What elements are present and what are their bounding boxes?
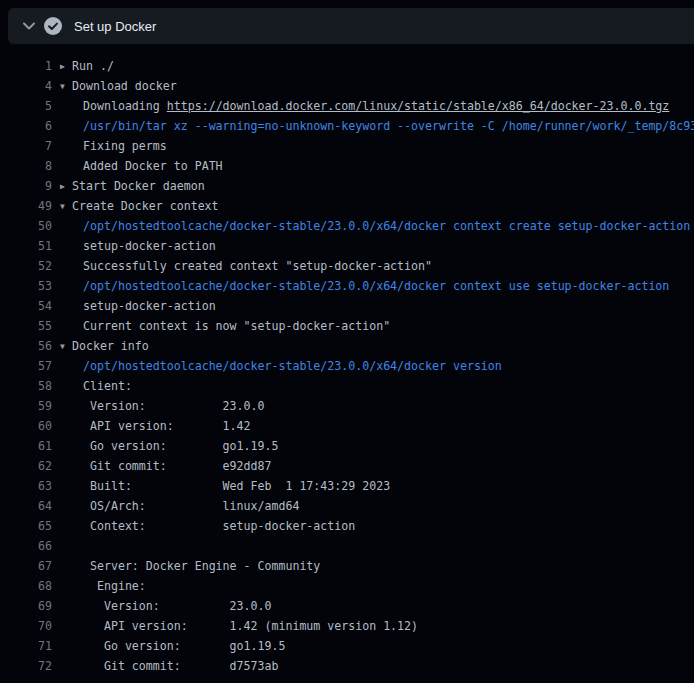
group-title[interactable]: Start Docker daemon — [72, 179, 205, 193]
log-row[interactable]: 49▼Create Docker context — [0, 196, 694, 216]
log-row[interactable]: 70 API version: 1.42 (minimum version 1.… — [0, 616, 694, 636]
line-number[interactable]: 67 — [0, 556, 52, 576]
line-number[interactable]: 7 — [0, 136, 52, 156]
group-collapsed-icon[interactable]: ▶ — [60, 57, 72, 76]
line-number[interactable]: 72 — [0, 656, 52, 676]
line-number[interactable]: 58 — [0, 376, 52, 396]
log-row[interactable]: 62 Git commit: e92dd87 — [0, 456, 694, 476]
log-row-content: Git commit: d7573ab — [60, 656, 278, 676]
log-row[interactable]: 63 Built: Wed Feb 1 17:43:29 2023 — [0, 476, 694, 496]
line-number[interactable]: 56 — [0, 336, 52, 356]
log-row[interactable]: 9▶Start Docker daemon — [0, 176, 694, 196]
line-number[interactable]: 59 — [0, 396, 52, 416]
group-expanded-icon[interactable]: ▼ — [60, 77, 72, 96]
log-row[interactable]: 54setup-docker-action — [0, 296, 694, 316]
log-row-content: Client: — [60, 376, 132, 396]
log-row[interactable]: 5Downloading https://download.docker.com… — [0, 96, 694, 116]
line-number[interactable]: 55 — [0, 316, 52, 336]
log-row[interactable]: 60 API version: 1.42 — [0, 416, 694, 436]
log-row[interactable]: 72 Git commit: d7573ab — [0, 656, 694, 676]
line-number[interactable]: 5 — [0, 96, 52, 116]
log-text: Version: 23.0.0 — [83, 399, 264, 413]
log-row[interactable]: 67 Server: Docker Engine - Community — [0, 556, 694, 576]
log-row-content: ▼Docker info — [60, 336, 149, 356]
log-text: Downloading — [83, 99, 167, 113]
log-text: Go version: go1.19.5 — [83, 639, 285, 653]
log-row[interactable]: 50/opt/hostedtoolcache/docker-stable/23.… — [0, 216, 694, 236]
line-number[interactable]: 63 — [0, 476, 52, 496]
log-row[interactable]: 1▶Run ./ — [0, 56, 694, 76]
log-row[interactable]: 56▼Docker info — [0, 336, 694, 356]
log-row-content: Go version: go1.19.5 — [60, 436, 278, 456]
group-title[interactable]: Create Docker context — [72, 199, 219, 213]
log-row[interactable]: 53/opt/hostedtoolcache/docker-stable/23.… — [0, 276, 694, 296]
line-number[interactable]: 57 — [0, 356, 52, 376]
line-number[interactable]: 60 — [0, 416, 52, 436]
log-row[interactable]: 68 Engine: — [0, 576, 694, 596]
line-number[interactable]: 70 — [0, 616, 52, 636]
group-title[interactable]: Download docker — [72, 79, 177, 93]
log-row[interactable]: 64 OS/Arch: linux/amd64 — [0, 496, 694, 516]
log-row[interactable]: 59 Version: 23.0.0 — [0, 396, 694, 416]
log-row[interactable]: 7Fixing perms — [0, 136, 694, 156]
line-number[interactable]: 50 — [0, 216, 52, 236]
chevron-down-icon[interactable] — [14, 22, 44, 30]
line-number[interactable]: 52 — [0, 256, 52, 276]
line-number[interactable]: 8 — [0, 156, 52, 176]
log-text: Added Docker to PATH — [83, 159, 223, 173]
log-row[interactable]: 69 Version: 23.0.0 — [0, 596, 694, 616]
log-row[interactable]: 51setup-docker-action — [0, 236, 694, 256]
log-link[interactable]: https://download.docker.com/linux/static… — [167, 99, 670, 113]
log-row[interactable]: 66 — [0, 536, 694, 556]
log-row[interactable]: 52Successfully created context "setup-do… — [0, 256, 694, 276]
log-row-content: Context: setup-docker-action — [60, 516, 355, 536]
line-number[interactable]: 61 — [0, 436, 52, 456]
line-number[interactable]: 71 — [0, 636, 52, 656]
line-number[interactable]: 49 — [0, 196, 52, 216]
log-row[interactable]: 65 Context: setup-docker-action — [0, 516, 694, 536]
line-number[interactable]: 69 — [0, 596, 52, 616]
line-number[interactable]: 64 — [0, 496, 52, 516]
log-row-content: Go version: go1.19.5 — [60, 636, 285, 656]
log-text: Client: — [83, 379, 132, 393]
group-title[interactable]: Run ./ — [72, 59, 114, 73]
log-text: Successfully created context "setup-dock… — [83, 259, 432, 273]
log-row[interactable]: 61 Go version: go1.19.5 — [0, 436, 694, 456]
log-row-content: Version: 23.0.0 — [60, 596, 271, 616]
group-title[interactable]: Docker info — [72, 339, 149, 353]
log-row-content: Successfully created context "setup-dock… — [60, 256, 432, 276]
command-text: /opt/hostedtoolcache/docker-stable/23.0.… — [83, 359, 502, 373]
log-row[interactable]: 4▼Download docker — [0, 76, 694, 96]
line-number[interactable]: 68 — [0, 576, 52, 596]
line-number[interactable]: 4 — [0, 76, 52, 96]
log-row[interactable]: 71 Go version: go1.19.5 — [0, 636, 694, 656]
line-number[interactable]: 65 — [0, 516, 52, 536]
line-number[interactable]: 53 — [0, 276, 52, 296]
log-row-content: Added Docker to PATH — [60, 156, 223, 176]
log-row-content: API version: 1.42 (minimum version 1.12) — [60, 616, 418, 636]
log-row[interactable]: 55Current context is now "setup-docker-a… — [0, 316, 694, 336]
log-row[interactable]: 8Added Docker to PATH — [0, 156, 694, 176]
log-row[interactable]: 58Client: — [0, 376, 694, 396]
line-number[interactable]: 66 — [0, 536, 52, 556]
log-text: Engine: — [83, 579, 146, 593]
log-row-content: /usr/bin/tar xz --warning=no-unknown-key… — [60, 116, 694, 136]
actions-log-viewer: Set up Docker 1▶Run ./4▼Download docker5… — [0, 8, 694, 676]
step-header[interactable]: Set up Docker — [8, 8, 694, 44]
line-number[interactable]: 1 — [0, 56, 52, 76]
log-text: Git commit: d7573ab — [83, 659, 278, 673]
line-number[interactable]: 6 — [0, 116, 52, 136]
log-text: setup-docker-action — [83, 299, 216, 313]
group-expanded-icon[interactable]: ▼ — [60, 197, 72, 216]
log-area: 1▶Run ./4▼Download docker5Downloading ht… — [0, 44, 694, 676]
log-row-content: Git commit: e92dd87 — [60, 456, 271, 476]
group-expanded-icon[interactable]: ▼ — [60, 337, 72, 356]
line-number[interactable]: 54 — [0, 296, 52, 316]
group-collapsed-icon[interactable]: ▶ — [60, 177, 72, 196]
log-row[interactable]: 6/usr/bin/tar xz --warning=no-unknown-ke… — [0, 116, 694, 136]
log-row[interactable]: 57/opt/hostedtoolcache/docker-stable/23.… — [0, 356, 694, 376]
log-text: API version: 1.42 — [83, 419, 251, 433]
line-number[interactable]: 51 — [0, 236, 52, 256]
line-number[interactable]: 62 — [0, 456, 52, 476]
line-number[interactable]: 9 — [0, 176, 52, 196]
